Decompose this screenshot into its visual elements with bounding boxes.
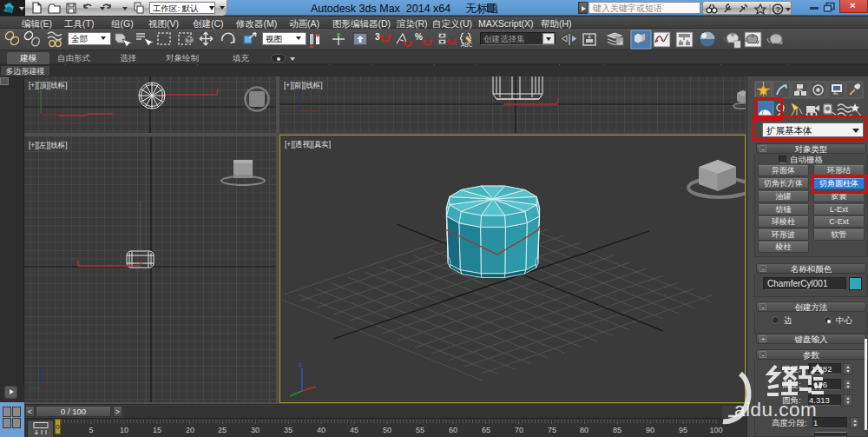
svg-text:95: 95: [679, 426, 687, 434]
svg-text:80: 80: [580, 426, 589, 434]
svg-text:10: 10: [120, 426, 128, 434]
svg-text:65: 65: [482, 426, 490, 434]
svg-text:25: 25: [218, 426, 227, 434]
svg-text:70: 70: [515, 426, 523, 434]
svg-text:45: 45: [350, 426, 358, 434]
svg-text:40: 40: [317, 426, 326, 434]
svg-text:60: 60: [449, 426, 457, 434]
svg-text:z: z: [299, 361, 302, 368]
svg-text:55: 55: [416, 426, 424, 434]
svg-text:aidu.com: aidu.com: [734, 399, 817, 420]
svg-text:35: 35: [284, 426, 293, 434]
svg-text:30: 30: [251, 426, 260, 434]
svg-text:90: 90: [646, 426, 654, 434]
svg-text:ABC: ABC: [461, 42, 473, 48]
svg-text:5: 5: [89, 426, 93, 434]
svg-text:%: %: [415, 32, 423, 42]
svg-text:?: ?: [776, 5, 781, 14]
svg-text:15: 15: [153, 426, 161, 434]
svg-text:20: 20: [186, 426, 194, 434]
svg-text:85: 85: [613, 426, 621, 434]
svg-text:3: 3: [375, 32, 380, 42]
svg-text:50: 50: [383, 426, 391, 434]
svg-text:75: 75: [548, 426, 556, 434]
